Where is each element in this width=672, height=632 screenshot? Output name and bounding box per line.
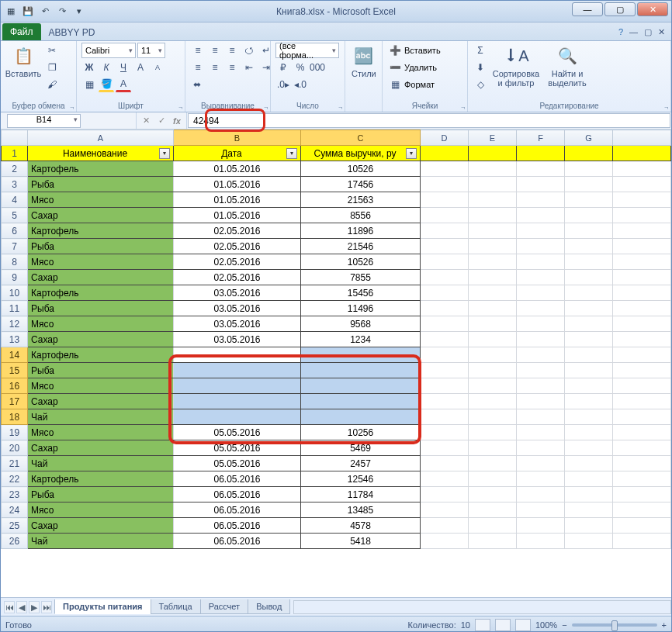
cell[interactable]: 02.05.2016 — [174, 223, 301, 239]
cell[interactable] — [565, 332, 613, 347]
row-header[interactable]: 11 — [2, 301, 28, 316]
row-header[interactable]: 7 — [2, 239, 28, 254]
indent-dec-icon[interactable]: ⇤ — [241, 60, 257, 75]
cell[interactable] — [517, 425, 565, 440]
row-header[interactable]: 5 — [2, 208, 28, 223]
cell[interactable] — [421, 192, 469, 208]
row-header[interactable]: 23 — [2, 487, 28, 502]
cell[interactable] — [517, 518, 565, 534]
cell[interactable]: 15456 — [301, 285, 421, 301]
cell[interactable] — [613, 487, 671, 502]
cell[interactable] — [565, 363, 613, 378]
cell[interactable] — [174, 347, 301, 363]
table-row[interactable]: 20Сахар05.05.20165469 — [2, 440, 671, 456]
cell[interactable]: Мясо — [28, 254, 174, 270]
cell[interactable] — [613, 363, 671, 378]
table-row[interactable]: 22Картофель06.05.201612546 — [2, 471, 671, 487]
cell[interactable]: 06.05.2016 — [174, 518, 301, 534]
table-row[interactable]: 3Рыба01.05.201617456 — [2, 177, 671, 192]
cell[interactable]: 1234 — [301, 332, 421, 347]
cell[interactable] — [613, 456, 671, 471]
cell[interactable]: Мясо — [28, 316, 174, 332]
cell[interactable] — [565, 378, 613, 394]
name-box[interactable]: B14 — [7, 114, 81, 128]
cell[interactable]: 03.05.2016 — [174, 301, 301, 316]
row-header[interactable]: 24 — [2, 502, 28, 518]
col-header-e[interactable]: E — [469, 130, 517, 146]
row-header[interactable]: 17 — [2, 394, 28, 409]
cell[interactable] — [469, 456, 517, 471]
cell[interactable] — [421, 409, 469, 425]
cell[interactable] — [469, 378, 517, 394]
cell[interactable] — [469, 425, 517, 440]
col-header-a[interactable]: A — [28, 130, 174, 146]
cell[interactable] — [469, 487, 517, 502]
cell[interactable] — [469, 409, 517, 425]
table-row[interactable]: 7Рыба02.05.201621546 — [2, 239, 671, 254]
row-header[interactable]: 26 — [2, 534, 28, 549]
underline-button[interactable]: Ч — [116, 60, 131, 75]
view-layout-icon[interactable] — [495, 619, 511, 631]
minimize-button[interactable]: — — [572, 2, 603, 16]
cell[interactable] — [421, 502, 469, 518]
merge-icon[interactable]: ⬌ — [190, 77, 204, 92]
cell[interactable]: 03.05.2016 — [174, 316, 301, 332]
align-right-icon[interactable]: ≡ — [224, 60, 240, 75]
zoom-out-icon[interactable]: − — [562, 620, 566, 630]
window-restore-icon[interactable]: ▢ — [644, 27, 652, 39]
cell[interactable] — [517, 456, 565, 471]
cell[interactable] — [174, 378, 301, 394]
cell[interactable] — [469, 239, 517, 254]
row-header[interactable]: 15 — [2, 363, 28, 378]
cell[interactable] — [469, 502, 517, 518]
col-header-c[interactable]: C — [301, 130, 421, 146]
cell[interactable] — [565, 285, 613, 301]
table-row[interactable]: 5Сахар01.05.20168556 — [2, 208, 671, 223]
cell[interactable]: 5418 — [301, 534, 421, 549]
table-row[interactable]: 23Рыба06.05.201611784 — [2, 487, 671, 502]
cell[interactable] — [565, 192, 613, 208]
cell[interactable]: 5469 — [301, 440, 421, 456]
cell[interactable]: 01.05.2016 — [174, 177, 301, 192]
row-header[interactable]: 2 — [2, 161, 28, 177]
cell[interactable]: 05.05.2016 — [174, 440, 301, 456]
table-row[interactable]: 16Мясо — [2, 378, 671, 394]
cell[interactable] — [613, 534, 671, 549]
cell[interactable] — [517, 270, 565, 285]
bold-button[interactable]: Ж — [81, 60, 97, 75]
delete-cells-icon[interactable]: ➖ — [387, 60, 403, 75]
paste-button[interactable]: 📋 Вставить — [5, 43, 41, 78]
cell[interactable] — [613, 471, 671, 487]
cell[interactable] — [469, 518, 517, 534]
formula-bar[interactable]: 42494 — [188, 113, 670, 128]
table-row[interactable]: 6Картофель02.05.201611896 — [2, 223, 671, 239]
autosum-icon[interactable]: Σ — [473, 43, 488, 58]
cell[interactable] — [613, 223, 671, 239]
cell[interactable] — [421, 316, 469, 332]
cell[interactable]: Картофель — [28, 471, 174, 487]
cell[interactable]: 06.05.2016 — [174, 487, 301, 502]
cell[interactable] — [565, 534, 613, 549]
cell[interactable]: 17456 — [301, 177, 421, 192]
cell[interactable] — [517, 409, 565, 425]
cell[interactable] — [469, 440, 517, 456]
table-row[interactable]: 13Сахар03.05.20161234 — [2, 332, 671, 347]
cell[interactable] — [421, 239, 469, 254]
font-name-combo[interactable]: Calibri — [81, 43, 136, 58]
ribbon-tab[interactable]: ABBYY PD — [43, 24, 102, 40]
border-icon[interactable]: ▦ — [81, 77, 97, 92]
redo-icon[interactable]: ↷ — [55, 5, 69, 19]
clear-icon[interactable]: ◇ — [473, 77, 488, 92]
cell[interactable]: 02.05.2016 — [174, 239, 301, 254]
row-header[interactable]: 22 — [2, 471, 28, 487]
cell[interactable] — [613, 161, 671, 177]
cell[interactable]: 11784 — [301, 487, 421, 502]
row-header[interactable]: 12 — [2, 316, 28, 332]
table-row[interactable]: 9Сахар02.05.20167855 — [2, 270, 671, 285]
font-size-combo[interactable]: 11 — [137, 43, 165, 58]
cell[interactable] — [421, 394, 469, 409]
cell[interactable] — [421, 440, 469, 456]
number-format-combo[interactable]: (все форма... — [275, 43, 339, 58]
cell[interactable] — [565, 254, 613, 270]
align-middle-icon[interactable]: ≡ — [207, 43, 223, 58]
